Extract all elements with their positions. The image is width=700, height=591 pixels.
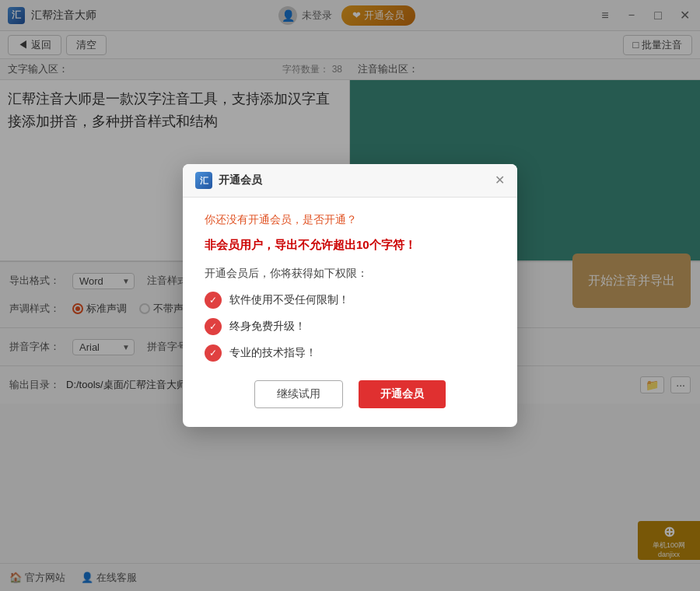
benefit-label-2: 终身免费升级！ bbox=[229, 320, 306, 334]
dialog-app-icon: 汇 bbox=[195, 172, 212, 189]
benefit-item-3: ✓ 专业的技术指导！ bbox=[205, 344, 495, 362]
dialog-actions: 继续试用 开通会员 bbox=[205, 380, 495, 408]
dialog-warning: 非会员用户，导出不允许超出10个字符！ bbox=[205, 238, 495, 253]
dialog-prompt: 你还没有开通会员，是否开通？ bbox=[205, 213, 495, 227]
dialog-body: 你还没有开通会员，是否开通？ 非会员用户，导出不允许超出10个字符！ 开通会员后… bbox=[183, 198, 517, 427]
benefit-list: ✓ 软件使用不受任何限制！ ✓ 终身免费升级！ ✓ 专业的技术指导！ bbox=[205, 292, 495, 362]
dialog-close-button[interactable]: ✕ bbox=[495, 174, 505, 187]
try-button[interactable]: 继续试用 bbox=[254, 380, 343, 408]
dialog-vip-button[interactable]: 开通会员 bbox=[359, 380, 446, 408]
dialog-header: 汇 开通会员 ✕ bbox=[183, 164, 517, 198]
benefit-check-2: ✓ bbox=[205, 318, 222, 335]
dialog-title-area: 汇 开通会员 bbox=[195, 172, 262, 189]
dialog-title: 开通会员 bbox=[219, 173, 262, 187]
benefit-check-1: ✓ bbox=[205, 292, 222, 309]
benefit-item-1: ✓ 软件使用不受任何限制！ bbox=[205, 292, 495, 309]
membership-dialog: 汇 开通会员 ✕ 你还没有开通会员，是否开通？ 非会员用户，导出不允许超出10个… bbox=[183, 164, 517, 427]
benefit-check-3: ✓ bbox=[205, 344, 222, 362]
dialog-desc: 开通会员后，你将获得如下权限： bbox=[205, 267, 495, 281]
benefit-label-1: 软件使用不受任何限制！ bbox=[229, 293, 349, 307]
benefit-label-3: 专业的技术指导！ bbox=[229, 346, 317, 360]
modal-overlay: 汇 开通会员 ✕ 你还没有开通会员，是否开通？ 非会员用户，导出不允许超出10个… bbox=[0, 0, 700, 591]
benefit-item-2: ✓ 终身免费升级！ bbox=[205, 318, 495, 335]
